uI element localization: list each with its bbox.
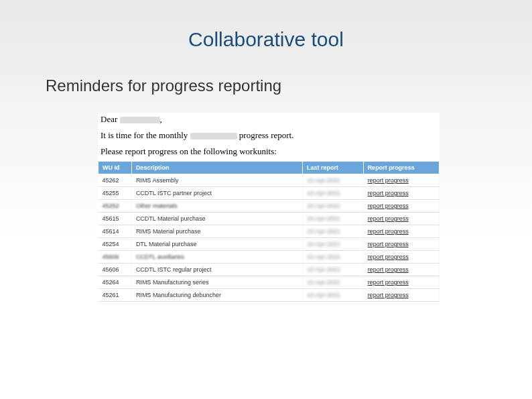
email-preview: Dear , It is time for the monthly progre…: [98, 113, 440, 302]
slide-subtitle: Reminders for progress reporting: [0, 51, 532, 95]
table-row: 45254 DTL Material purchase 10-Apr-2021 …: [98, 238, 440, 251]
cell-desc: CCDTL Material purchase: [131, 213, 302, 225]
report-progress-link[interactable]: report progress: [363, 276, 439, 289]
report-progress-link[interactable]: report progress: [363, 225, 439, 238]
report-progress-link[interactable]: report progress: [363, 213, 439, 225]
cell-desc: DTL Material purchase: [131, 238, 302, 251]
cell-desc: CCDTL ISTC regular project: [131, 264, 302, 276]
cell-last-report: 10-Apr-2021: [302, 187, 363, 200]
cell-last-report: 10-Apr-2021: [302, 264, 363, 276]
greeting-prefix: Dear: [101, 114, 117, 124]
cell-wuid: 45615: [98, 213, 132, 225]
table-row: 45264 RIMS Manufacturing series 10-Apr-2…: [98, 276, 440, 289]
email-greeting: Dear ,: [98, 113, 440, 129]
slide-title: Collaborative tool: [0, 0, 532, 51]
cell-last-report: 10-Apr-2021: [302, 174, 363, 187]
line2-prefix: It is time for the monthly: [101, 130, 188, 140]
table-row: 45252 Other materials 10-Apr-2021 report…: [98, 200, 440, 213]
cell-last-report: 10-Apr-2021: [302, 200, 363, 213]
th-description: Description: [131, 162, 302, 174]
cell-last-report: 10-Apr-2021: [302, 213, 363, 225]
line2-suffix: progress report.: [239, 130, 294, 140]
th-wuid: WU Id: [98, 162, 132, 174]
cell-desc: CCDTL ISTC partner project: [131, 187, 302, 200]
cell-last-report: 10-Apr-2021: [302, 251, 363, 264]
cell-last-report: 10-Apr-2021: [302, 238, 363, 251]
cell-last-report: 10-Apr-2021: [302, 225, 363, 238]
cell-desc: RIMS Manufacturing debuncher: [131, 289, 302, 302]
report-progress-link[interactable]: report progress: [363, 174, 439, 187]
cell-desc: Other materials: [131, 200, 302, 213]
report-progress-link[interactable]: report progress: [363, 264, 439, 276]
redacted-project: [190, 133, 237, 139]
report-progress-link[interactable]: report progress: [363, 200, 439, 213]
cell-last-report: 10-Apr-2021: [302, 276, 363, 289]
table-header-row: WU Id Description Last report Report pro…: [98, 162, 440, 174]
table-row: 45615 CCDTL Material purchase 10-Apr-202…: [98, 213, 440, 225]
table-row: 45614 RIMS Material purchase 10-Apr-2021…: [98, 225, 440, 238]
report-progress-link[interactable]: report progress: [363, 251, 439, 264]
table-row: 45606 CCDTL ISTC regular project 10-Apr-…: [98, 264, 440, 276]
cell-desc: CCDTL auxiliaries: [131, 251, 302, 264]
email-line-2: It is time for the monthly progress repo…: [98, 129, 440, 145]
table-row: 45261 RIMS Manufacturing debuncher 10-Ap…: [98, 289, 440, 302]
cell-wuid: 45261: [98, 289, 132, 302]
table-row: 45255 CCDTL ISTC partner project 10-Apr-…: [98, 187, 440, 200]
cell-desc: RIMS Manufacturing series: [131, 276, 302, 289]
table-row: 45606 CCDTL auxiliaries 10-Apr-2021 repo…: [98, 251, 440, 264]
cell-wuid: 45254: [98, 238, 132, 251]
report-progress-link[interactable]: report progress: [363, 238, 439, 251]
cell-wuid: 45252: [98, 200, 132, 213]
workunit-table: WU Id Description Last report Report pro…: [98, 161, 440, 302]
cell-wuid: 45614: [98, 225, 132, 238]
email-line-3: Please report progress on the following …: [98, 145, 440, 161]
redacted-name: [120, 117, 160, 123]
cell-desc: RIMS Material purchase: [131, 225, 302, 238]
th-report-progress: Report progress: [363, 162, 439, 174]
table-row: 45262 RIMS Assembly 10-Apr-2021 report p…: [98, 174, 440, 187]
cell-wuid: 45262: [98, 174, 132, 187]
cell-last-report: 10-Apr-2021: [302, 289, 363, 302]
cell-desc: RIMS Assembly: [131, 174, 302, 187]
cell-wuid: 45255: [98, 187, 132, 200]
report-progress-link[interactable]: report progress: [363, 187, 439, 200]
cell-wuid: 45264: [98, 276, 132, 289]
th-last-report: Last report: [302, 162, 363, 174]
cell-wuid: 45606: [98, 251, 132, 264]
report-progress-link[interactable]: report progress: [363, 289, 439, 302]
cell-wuid: 45606: [98, 264, 132, 276]
